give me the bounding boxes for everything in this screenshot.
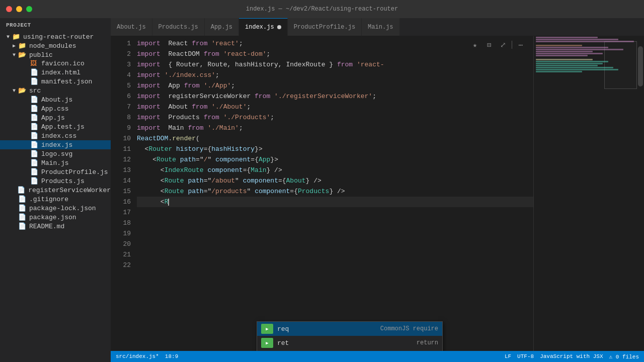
close-button[interactable] (6, 6, 12, 12)
sidebar-item-app-css[interactable]: 📄 App.css (0, 104, 111, 113)
css-file-icon: 📄 (30, 132, 39, 140)
sidebar-item-readme[interactable]: 📄 README.md (0, 222, 111, 231)
sidebar-item-package-lock[interactable]: 📄 package-lock.json (0, 204, 111, 213)
editor-area[interactable]: ★ ⊟ ⤢ ⋯ 1 2 3 4 5 6 7 8 (111, 36, 533, 351)
sidebar-item-label: favicon.ico (41, 60, 85, 67)
code-line-16: <Route path="/about" component={About} /… (137, 175, 533, 186)
ico-file-icon: 🖼 (30, 60, 39, 67)
sidebar-item-label: App.js (41, 114, 65, 122)
sidebar-item-products-js[interactable]: 📄 Products.js (0, 176, 111, 186)
main-layout: Project ▼ 📁 using-react-router ▶ 📁 node_… (0, 18, 644, 362)
autocomplete-item-ret[interactable]: ret return (257, 336, 442, 350)
window-title: index.js — ~/dev2/React/using-react-rout… (246, 6, 398, 13)
more-button[interactable]: ⋯ (515, 39, 526, 50)
code-lines: import React from 'react'; import ReactD… (135, 36, 533, 351)
status-language[interactable]: JavaScript with JSX (540, 353, 603, 359)
tab-main-js[interactable]: Main.js (362, 18, 399, 36)
autocomplete-arrow-icon (261, 324, 273, 334)
maximize-button[interactable] (26, 6, 32, 12)
status-encoding[interactable]: LF (505, 353, 511, 359)
star-button[interactable]: ★ (469, 39, 480, 50)
sidebar-item-app-test-js[interactable]: 📄 App.test.js (0, 122, 111, 131)
js-file-icon: 📄 (30, 123, 39, 131)
autocomplete-label: req (277, 325, 372, 333)
autocomplete-item-req[interactable]: req CommonJS require (257, 322, 442, 336)
sidebar-item-label: Main.js (41, 159, 69, 167)
json-file-icon: 📄 (18, 204, 27, 212)
sidebar-item-label: ProductProfile.js (41, 168, 108, 176)
js-file-icon: 📄 (30, 114, 39, 122)
svg-file-icon: 📄 (30, 150, 39, 158)
tree-arrow: ▼ (10, 52, 18, 58)
sidebar-item-label: About.js (41, 96, 72, 104)
sidebar-item-rsw[interactable]: 📄 registerServiceWorker (0, 186, 111, 195)
tab-label: ProductProfile.js (294, 24, 355, 31)
minimap-line (536, 55, 588, 56)
sidebar-item-logo-svg[interactable]: 📄 logo.svg (0, 149, 111, 158)
scrollbar-track (637, 36, 644, 351)
html-file-icon: 📄 (30, 68, 39, 76)
tab-label: App.js (211, 24, 232, 31)
minimap-line (536, 41, 634, 42)
sidebar-header: Project (0, 18, 111, 32)
status-charset[interactable]: UTF-8 (517, 353, 534, 359)
editor-column: About.js Products.js App.js index.js Pro… (111, 18, 644, 362)
sidebar-item-package-json[interactable]: 📄 package.json (0, 213, 111, 222)
sidebar-item-label: registerServiceWorker (28, 187, 111, 194)
tab-label: Main.js (368, 24, 393, 31)
js-file-icon: 📄 (17, 186, 26, 194)
sidebar-item-gitignore[interactable]: 📄 .gitignore (0, 195, 111, 204)
sidebar-item-index-js[interactable]: 📄 index.js (0, 140, 111, 149)
code-line-10: import Main from './Main'; (137, 123, 533, 133)
tab-about-js[interactable]: About.js (111, 18, 152, 36)
autocomplete-dropdown: req CommonJS require ret return review r… (257, 321, 443, 351)
tab-productprofile-js[interactable]: ProductProfile.js (288, 18, 362, 36)
sidebar-item-using-react-router[interactable]: ▼ 📁 using-react-router (0, 32, 111, 41)
autocomplete-type: CommonJS require (380, 325, 438, 332)
autocomplete-item-review[interactable]: review review (257, 350, 442, 351)
js-file-icon: 📄 (30, 177, 39, 185)
sidebar-item-manifest[interactable]: 📄 manifest.json (0, 77, 111, 86)
code-line-5: import './index.css'; (137, 70, 533, 80)
status-errors: ⚠ 0 files (609, 353, 639, 360)
right-panel (533, 36, 644, 351)
autocomplete-arrow-icon (261, 338, 273, 348)
tab-index-js[interactable]: index.js (239, 18, 288, 36)
tree-arrow: ▼ (4, 34, 12, 40)
tab-bar: About.js Products.js App.js index.js Pro… (111, 18, 644, 36)
minimap-line (536, 65, 598, 66)
minimap-line (536, 37, 598, 38)
minimap-line (536, 45, 582, 46)
minimap-line (536, 63, 603, 64)
sidebar-item-public[interactable]: ▼ 📂 public (0, 50, 111, 59)
sidebar-item-label: using-react-router (23, 33, 94, 41)
sidebar-item-about-js[interactable]: 📄 About.js (0, 95, 111, 104)
status-right: LF UTF-8 JavaScript with JSX ⚠ 0 files (505, 353, 639, 360)
sidebar-item-label: src (29, 87, 41, 95)
tab-products-js[interactable]: Products.js (152, 18, 205, 36)
status-bar: src/index.js* 18:9 LF UTF-8 JavaScript w… (111, 351, 644, 362)
sidebar-item-favicon[interactable]: 🖼 favicon.ico (0, 59, 111, 68)
tree-arrow: ▼ (10, 88, 18, 94)
status-position[interactable]: 18:9 (165, 353, 178, 359)
autocomplete-type: return (417, 339, 438, 346)
tab-app-js[interactable]: App.js (205, 18, 239, 36)
minimize-button[interactable] (16, 6, 22, 12)
scrollbar-thumb[interactable] (638, 46, 643, 86)
code-line-3: import { Router, Route, hashHistory, Ind… (137, 59, 533, 70)
sidebar-item-productprofile-js[interactable]: 📄 ProductProfile.js (0, 167, 111, 176)
sidebar-item-node-modules[interactable]: ▶ 📁 node_modules (0, 41, 111, 50)
split-button[interactable]: ⊟ (484, 39, 495, 50)
window-controls[interactable] (6, 6, 32, 12)
sidebar-item-main-js[interactable]: 📄 Main.js (0, 158, 111, 167)
line-numbers: 1 2 3 4 5 6 7 8 9 10 11 12 13 14 (111, 36, 135, 351)
sidebar-item-index-html[interactable]: 📄 index.html (0, 68, 111, 77)
title-bar: index.js — ~/dev2/React/using-react-rout… (0, 0, 644, 18)
sidebar-item-app-js[interactable]: 📄 App.js (0, 113, 111, 122)
expand-button[interactable]: ⤢ (498, 39, 509, 50)
sidebar-item-src[interactable]: ▼ 📂 src (0, 86, 111, 95)
autocomplete-label: ret (277, 339, 409, 347)
sidebar-item-index-css[interactable]: 📄 index.css (0, 131, 111, 140)
minimap-line (536, 39, 618, 40)
json-file-icon: 📄 (18, 213, 27, 221)
